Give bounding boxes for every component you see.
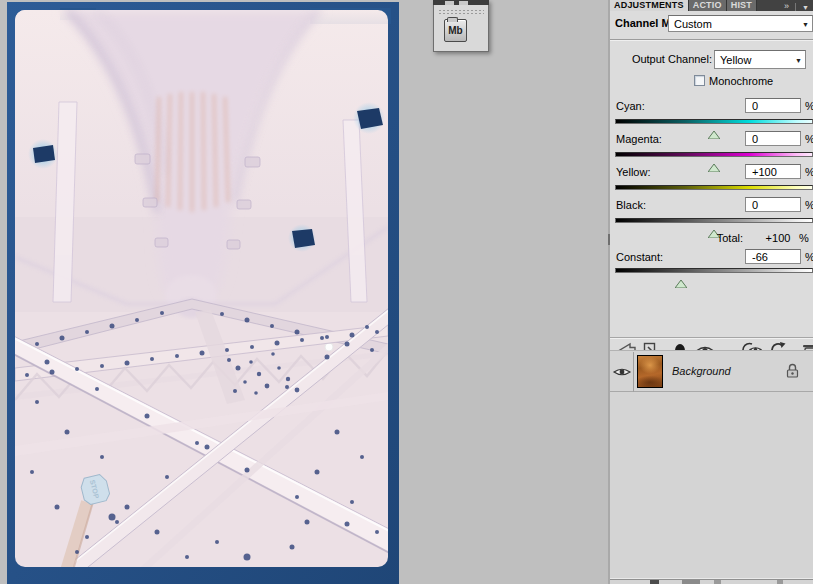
tab-history[interactable]: HIST [727, 0, 757, 11]
minibridge-collapsed-panel: Mb [433, 0, 489, 52]
layer-visibility-toggle[interactable] [610, 352, 634, 392]
monochrome-checkbox[interactable] [694, 75, 705, 86]
black-slider-handle[interactable] [708, 224, 720, 232]
panel-header-bar [433, 0, 489, 5]
chevron-down-icon: ▼ [795, 56, 802, 63]
black-label: Black: [616, 199, 646, 211]
layers-panel: Background [610, 350, 813, 584]
layer-row-background[interactable]: Background [610, 352, 813, 392]
lock-icon [786, 363, 799, 382]
cyan-unit: % [805, 100, 813, 112]
panel-dock: ADJUSTMENTS ACTIO HIST » ▼ Channel Mixer… [610, 0, 813, 584]
layer-thumbnail[interactable] [637, 355, 663, 388]
cyan-slider-track[interactable] [615, 119, 813, 124]
yellow-label: Yellow: [616, 166, 650, 178]
black-slider-track[interactable] [615, 218, 813, 223]
divider [795, 3, 796, 11]
chevron-down-icon: ▼ [802, 20, 809, 27]
monochrome-label: Monochrome [709, 75, 773, 87]
layers-toolbar-cut-icon[interactable] [714, 580, 721, 584]
panel-grip-dots[interactable] [438, 9, 484, 15]
eye-icon [613, 365, 631, 379]
constant-unit: % [805, 251, 813, 263]
preset-value: Custom [674, 18, 712, 30]
yellow-slider-track[interactable] [615, 185, 813, 190]
panel-menu-icon[interactable]: ▼ [802, 4, 809, 11]
panel-header-icon[interactable] [445, 1, 454, 5]
constant-label: Constant: [616, 251, 663, 263]
layers-toolbar-cut-icon[interactable] [777, 580, 783, 584]
total-unit: % [799, 232, 809, 244]
total-value: +100 [760, 232, 796, 244]
magenta-label: Magenta: [616, 133, 662, 145]
minibridge-button[interactable]: Mb [444, 19, 467, 42]
black-value-input[interactable] [745, 197, 801, 212]
tab-actions[interactable]: ACTIO [689, 0, 727, 11]
preset-dropdown[interactable]: Custom ▼ [668, 15, 813, 32]
cyan-value-input[interactable] [745, 98, 801, 113]
panel-header-icon[interactable] [459, 1, 468, 5]
total-label: Total: [610, 232, 743, 244]
output-channel-value: Yellow [720, 54, 751, 66]
constant-slider-handle[interactable] [675, 274, 687, 282]
magenta-unit: % [805, 133, 813, 145]
tab-adjustments[interactable]: ADJUSTMENTS [610, 0, 689, 11]
black-unit: % [805, 199, 813, 211]
layers-toolbar-cut-icon[interactable] [682, 580, 700, 584]
cyan-slider-handle[interactable] [708, 125, 720, 133]
magenta-slider-track[interactable] [615, 152, 813, 157]
adjustments-panel: Channel Mixer Custom ▼ Output Channel: Y… [610, 11, 813, 350]
constant-slider-track[interactable] [615, 268, 813, 273]
layers-toolbar-cut-icon[interactable] [650, 580, 659, 584]
panel-tab-bar: ADJUSTMENTS ACTIO HIST » ▼ [610, 0, 813, 11]
magenta-slider-handle[interactable] [708, 158, 720, 166]
yellow-unit: % [805, 166, 813, 178]
photoshop-window: STOP [0, 0, 813, 584]
constant-value-input[interactable] [745, 249, 801, 264]
divider [610, 39, 813, 40]
layer-name: Background [672, 365, 731, 377]
document-canvas[interactable]: STOP [7, 2, 399, 584]
output-channel-label: Output Channel: [610, 53, 712, 65]
collapse-panels-icon[interactable]: » [784, 1, 789, 11]
yellow-value-input[interactable] [745, 164, 801, 179]
negative-photo-image: STOP [7, 2, 399, 584]
magenta-value-input[interactable] [745, 131, 801, 146]
output-channel-dropdown[interactable]: Yellow ▼ [714, 50, 806, 69]
cyan-label: Cyan: [616, 100, 645, 112]
